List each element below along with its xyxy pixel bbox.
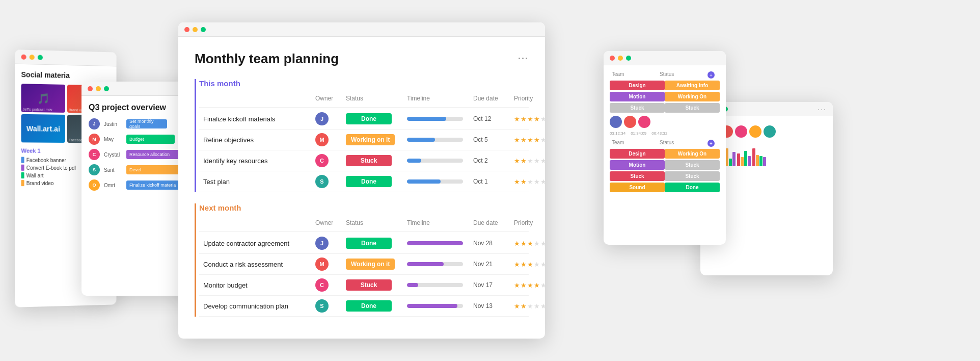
- q3-minimize-dot[interactable]: [96, 86, 101, 91]
- next-month-header: Next month: [199, 203, 529, 217]
- timeline-fill: [407, 117, 446, 121]
- task-avatar: M: [315, 133, 346, 146]
- task-name: Test plan: [203, 178, 315, 186]
- col-duedate-next: Due date: [473, 219, 514, 228]
- task-avatar: C: [315, 278, 346, 292]
- right1-header: Team Status +: [610, 71, 720, 79]
- bar-group: [752, 148, 766, 166]
- this-month-table-header: Owner Status Timeline Due date Priority …: [199, 95, 529, 108]
- task-avatar: C: [315, 154, 346, 167]
- r2-ellipsis[interactable]: ···: [818, 105, 827, 113]
- table-row: Finalize kickoff materials J Done Oct 12…: [199, 109, 529, 130]
- r2-avatar-3: [735, 125, 747, 138]
- task-avatar: S: [315, 175, 346, 188]
- maximize-dot[interactable]: [201, 27, 206, 32]
- task-timeline: [407, 138, 473, 142]
- bar: [729, 159, 732, 166]
- avatar: S: [315, 175, 329, 188]
- week-dot-green: [21, 172, 24, 178]
- status-stuck-2: Stuck: [665, 160, 720, 170]
- bar: [756, 155, 759, 166]
- due-date: Oct 12: [473, 115, 514, 122]
- gantt-bar: Set monthly goals: [126, 119, 167, 128]
- right1-content: Team Status + Design Awaiting info Motio…: [604, 65, 726, 200]
- add-col-btn[interactable]: +: [707, 71, 715, 79]
- bar: [748, 156, 751, 166]
- status-badge: Working on it: [346, 259, 395, 270]
- task-name: Update contractor agreement: [203, 240, 315, 247]
- table-row: Develop communication plan S Done Nov 13…: [199, 296, 529, 317]
- status-badge: Done: [346, 238, 392, 249]
- team-stuck-2: Stuck: [610, 171, 665, 181]
- bar: [759, 156, 763, 166]
- status-done-2: Done: [665, 183, 720, 192]
- gantt-bar: Resource allocation: [126, 150, 182, 159]
- status-badge: Done: [346, 300, 392, 312]
- bar: [744, 151, 747, 166]
- gantt-avatar: O: [89, 179, 100, 191]
- task-name: Finalize kickoff materials: [203, 115, 315, 123]
- ellipsis-menu[interactable]: ···: [518, 54, 529, 64]
- right2-row: Sound Done: [610, 183, 720, 192]
- status-badge: Done: [346, 113, 392, 124]
- task-timeline: [407, 283, 473, 287]
- priority-stars: ★★★★★: [514, 240, 545, 247]
- col-priority-next: Priority: [514, 219, 545, 228]
- this-month-header: This month: [199, 79, 529, 93]
- status-stuck-badge: Stuck: [665, 103, 720, 113]
- timeline-bar: [407, 117, 463, 121]
- r2-avatar-4: [749, 125, 761, 138]
- table-row: Update contractor agreement J Done Nov 2…: [199, 233, 529, 254]
- social-close-dot[interactable]: [21, 54, 26, 59]
- right1-titlebar: [604, 51, 726, 65]
- status-badge: Stuck: [346, 155, 392, 166]
- this-month-rows: Finalize kickoff materials J Done Oct 12…: [199, 109, 529, 192]
- main-window: Monthly team planning ··· This month Own…: [178, 22, 545, 339]
- gantt-avatar: J: [89, 118, 100, 130]
- task-avatar: M: [315, 257, 346, 271]
- task-name: Monitor budget: [203, 281, 315, 289]
- avatar: M: [315, 257, 329, 271]
- week-dot-orange: [21, 180, 24, 186]
- gantt-person-name: Omri: [104, 183, 122, 188]
- avatar: M: [315, 133, 329, 146]
- social-minimize-dot[interactable]: [30, 55, 35, 60]
- right1-row: Motion Working On: [610, 92, 720, 101]
- task-avatar: S: [315, 299, 346, 313]
- team-motion-badge: Motion: [610, 92, 665, 101]
- priority-stars: ★★★★★: [514, 261, 545, 268]
- task-timeline: [407, 262, 473, 266]
- r1-minimize-dot[interactable]: [618, 56, 623, 61]
- minimize-dot[interactable]: [193, 27, 198, 32]
- table-row: Conduct a risk assessment M Working on i…: [199, 254, 529, 275]
- team-sound: Sound: [610, 183, 665, 192]
- q3-maximize-dot[interactable]: [104, 86, 109, 91]
- timeline-fill: [407, 159, 421, 163]
- priority-stars: ★★★★★: [514, 302, 545, 310]
- q3-close-dot[interactable]: [88, 86, 93, 91]
- task-timeline: [407, 117, 473, 121]
- task-timeline: [407, 159, 473, 163]
- r1-close-dot[interactable]: [610, 56, 615, 61]
- task-name: Conduct a risk assessment: [203, 261, 315, 268]
- col-owner-next: Owner: [315, 219, 346, 228]
- due-date: Nov 17: [473, 281, 514, 289]
- col-status-2: Status: [660, 140, 707, 147]
- due-date: Oct 1: [473, 178, 514, 185]
- week-dot-purple: [21, 165, 24, 171]
- close-dot[interactable]: [184, 27, 189, 32]
- r1-maximize-dot[interactable]: [626, 56, 631, 61]
- this-month-section: This month Owner Status Timeline Due dat…: [195, 79, 529, 192]
- status-working-badge: Working On: [665, 92, 720, 101]
- team-stuck-badge: Stuck: [610, 103, 665, 113]
- add-col-btn-2[interactable]: +: [707, 140, 715, 147]
- task-status: Stuck: [346, 279, 407, 291]
- col-duedate: Due date: [473, 95, 514, 104]
- this-month-title: This month: [199, 79, 240, 88]
- bar: [752, 148, 755, 166]
- social-maximize-dot[interactable]: [38, 55, 43, 60]
- team-motion-2: Motion: [610, 160, 665, 170]
- timeline-fill: [407, 241, 463, 245]
- avatar: C: [315, 278, 329, 292]
- gantt-person-name: May: [104, 137, 122, 142]
